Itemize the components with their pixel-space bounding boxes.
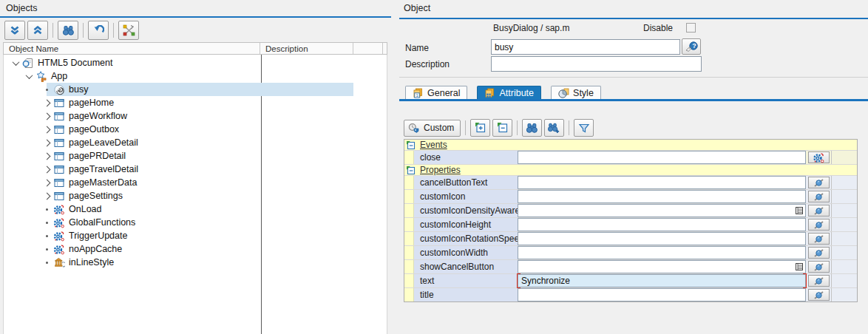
close-event-input[interactable] — [518, 151, 806, 164]
move-up-button[interactable] — [27, 21, 48, 40]
group-row-properties[interactable]: Properties — [404, 165, 857, 175]
attribute-toolbar: Custom — [404, 119, 594, 137]
tab-general[interactable]: General — [405, 86, 467, 100]
undo-button[interactable] — [88, 21, 109, 40]
script-editor-button[interactable] — [808, 151, 830, 163]
filter-button[interactable] — [574, 119, 594, 137]
expander-icon[interactable] — [10, 61, 21, 66]
text-input[interactable]: Synchronize — [518, 274, 806, 287]
attribute-tab-icon — [484, 88, 495, 98]
tree-item-pagehome[interactable]: pageHome — [4, 96, 387, 109]
row-trail — [832, 274, 857, 287]
help-icon — [685, 41, 698, 52]
tree-item-onload[interactable]: OnLoad — [4, 202, 387, 216]
button-cell — [806, 232, 832, 245]
tree-item-triggerupdate[interactable]: TriggerUpdate — [4, 229, 387, 242]
showcancelbutton-input[interactable] — [518, 260, 806, 273]
customiconheight-input[interactable] — [518, 218, 806, 231]
expander-icon[interactable] — [23, 74, 35, 79]
tab-style[interactable]: Style — [551, 86, 601, 100]
dropdown-list-icon[interactable] — [795, 206, 804, 217]
toolbar-separator — [52, 23, 53, 38]
customicondensityaware-input[interactable] — [518, 204, 806, 217]
expander-icon[interactable] — [41, 180, 52, 185]
undo-icon — [93, 25, 104, 35]
expander-icon[interactable] — [41, 167, 52, 172]
binding-icon — [813, 234, 824, 244]
tree-item-pagetraveldetail[interactable]: pageTravelDetail — [4, 163, 387, 176]
title-input[interactable] — [518, 288, 806, 301]
tree-item-noappcache[interactable]: noAppCache — [4, 242, 387, 256]
tree-item-busy[interactable]: busy — [4, 83, 387, 96]
detail-tabs: General Attribute Style — [405, 86, 601, 100]
customicon-input[interactable] — [518, 190, 806, 203]
row-strip — [404, 260, 414, 273]
value-binding-button[interactable] — [808, 247, 830, 259]
page-icon — [53, 177, 66, 188]
tree-item-pageleavedetail[interactable]: pageLeaveDetail — [4, 136, 387, 149]
customiconwidth-input[interactable] — [518, 246, 806, 259]
tree-item-globalfunctions[interactable]: GlobalFunctions — [4, 216, 387, 229]
value-binding-button[interactable] — [808, 205, 830, 217]
help-button[interactable] — [682, 38, 701, 55]
expander-icon[interactable] — [41, 127, 52, 132]
find-next-icon — [548, 123, 560, 134]
name-input[interactable]: busy — [491, 39, 680, 55]
expander-icon[interactable] — [41, 114, 52, 119]
cancelbuttontext-input[interactable] — [518, 176, 806, 189]
group-collapse-icon — [406, 166, 416, 175]
move-up-icon — [32, 24, 44, 36]
row-strip — [404, 274, 414, 287]
collapse-group-button[interactable] — [492, 119, 512, 137]
tree-item-inlinestyle[interactable]: inLineStyle — [4, 256, 387, 269]
column-header-description[interactable]: Description — [260, 43, 353, 54]
disable-checkbox[interactable] — [686, 23, 696, 33]
value-binding-button[interactable] — [808, 191, 830, 202]
value-binding-button[interactable] — [808, 177, 830, 188]
leaf-bullet — [41, 208, 52, 211]
description-input[interactable] — [491, 56, 702, 72]
expand-group-button[interactable] — [470, 119, 490, 137]
value-binding-button[interactable] — [808, 275, 830, 287]
binding-icon — [813, 206, 824, 216]
find-button[interactable] — [58, 21, 78, 40]
value-binding-button[interactable] — [808, 261, 830, 273]
expander-icon[interactable] — [41, 100, 52, 106]
column-header-extra — [353, 43, 383, 54]
where-used-button[interactable] — [118, 21, 139, 40]
expander-icon[interactable] — [41, 140, 52, 146]
expander-icon[interactable] — [41, 154, 52, 159]
tree-item-pageworkflow[interactable]: pageWorkflow — [4, 109, 387, 123]
row-trail — [832, 204, 857, 217]
where-used-icon — [123, 24, 135, 36]
tab-attribute[interactable]: Attribute — [477, 86, 541, 100]
binding-icon — [813, 220, 824, 230]
find-button[interactable] — [522, 119, 542, 137]
binding-icon — [813, 276, 824, 286]
group-row-events[interactable]: Events — [404, 140, 857, 150]
tree-item-html5-document[interactable]: HTML5 Document — [4, 56, 387, 69]
property-row-customiconwidth: customIconWidth — [404, 246, 857, 259]
tree-item-app[interactable]: App — [4, 69, 387, 83]
dropdown-list-icon[interactable] — [795, 262, 804, 273]
column-header-object-name[interactable]: Object Name — [4, 43, 260, 54]
customiconrotationspeed-input[interactable] — [518, 232, 806, 245]
value-binding-button[interactable] — [808, 219, 830, 231]
value-binding-button[interactable] — [808, 289, 830, 301]
expander-icon[interactable] — [41, 194, 52, 199]
value-binding-button[interactable] — [808, 233, 830, 245]
page-icon — [53, 164, 66, 175]
tabs-rule — [399, 99, 868, 101]
custom-button[interactable]: Custom — [404, 120, 461, 137]
row-strip — [404, 246, 414, 259]
tree-item-pageoutbox[interactable]: pageOutbox — [4, 123, 387, 136]
move-down-button[interactable] — [4, 21, 25, 40]
tree-item-pagesettings[interactable]: pageSettings — [4, 189, 387, 202]
find-next-button[interactable] — [544, 119, 564, 137]
toolbar-separator — [83, 23, 84, 38]
toolbar-separator — [113, 23, 114, 38]
tree-item-pageprdetail[interactable]: pagePRDetail — [4, 149, 387, 163]
tree-item-pagemasterdata[interactable]: pageMasterData — [4, 176, 387, 189]
binding-icon — [813, 192, 824, 202]
leaf-bullet — [41, 248, 52, 250]
